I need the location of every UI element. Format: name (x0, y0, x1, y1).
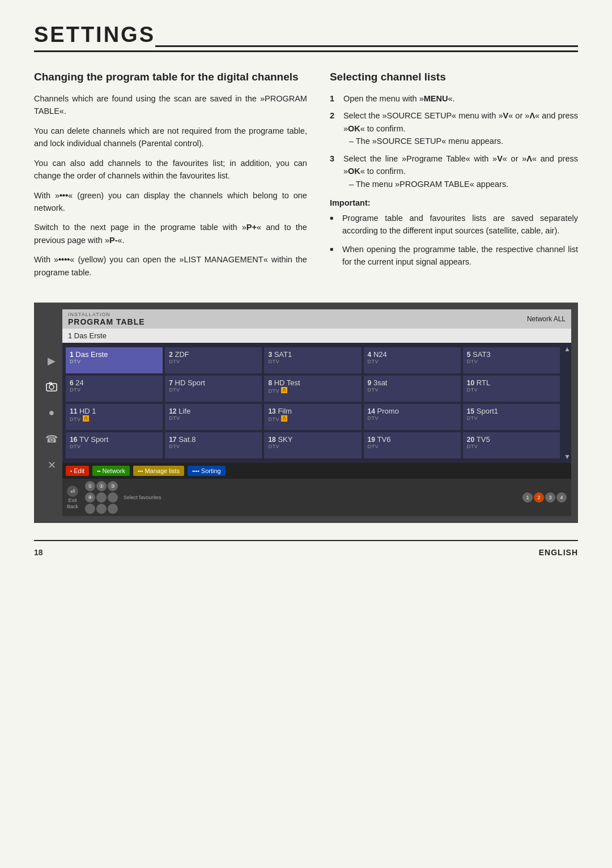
left-column: Changing the program table for the digit… (34, 70, 307, 286)
page-numbers: 1 2 3 4 (522, 492, 567, 503)
fav-btn-7[interactable] (85, 504, 95, 514)
fav-btn-4[interactable]: ④ (85, 492, 95, 503)
channel-1[interactable]: 1 Das Erste DTV (66, 347, 163, 373)
channel-19[interactable]: 19 TV6 DTV (364, 432, 461, 458)
installation-label: INSTALLATION (68, 312, 145, 317)
channel-5[interactable]: 5 SAT3 DTV (463, 347, 560, 373)
channel-11[interactable]: 11 HD 1 DTV 🅰 (66, 404, 163, 430)
fav-section: ① ② ③ ④ Select favourites (85, 481, 162, 514)
page-num-4[interactable]: 4 (556, 492, 567, 503)
network-button[interactable]: •• Network (92, 466, 130, 476)
back-label: Back (67, 504, 78, 509)
bullet-1: Programe table and favourites lists are … (330, 212, 578, 237)
tv-footer: ⏎ Exit Back ① ② ③ ④ Select favourites (62, 479, 571, 516)
channel-8[interactable]: 8 HD Test DTV 🅰 (264, 376, 361, 402)
bullet-2: When opening the programme table, the re… (330, 243, 578, 269)
fav-grid-wrapper: ① ② ③ ④ (85, 481, 118, 514)
fav-btn-5[interactable] (96, 492, 107, 503)
page-num-3[interactable]: 3 (545, 492, 555, 503)
channel-9[interactable]: 9 3sat DTV (364, 376, 461, 402)
program-table-title: PROGRAM TABLE (68, 317, 145, 326)
left-para-3: You can also add channels to the favouri… (34, 157, 307, 182)
channel-13[interactable]: 13 Film DTV 🅰 (264, 404, 361, 430)
scroll-up-arrow[interactable]: ▲ (564, 345, 571, 353)
channel-3[interactable]: 3 SAT1 DTV (264, 347, 361, 373)
main-content: Changing the program table for the digit… (34, 70, 578, 286)
channel-2[interactable]: 2 ZDF DTV (165, 347, 262, 373)
channel-18[interactable]: 18 SKY DTV (264, 432, 361, 458)
channel-4[interactable]: 4 N24 DTV (364, 347, 461, 373)
fav-btn-2[interactable]: ② (96, 481, 107, 491)
tv-sidebar: ▶ ● ☎ ✕ (41, 309, 62, 516)
important-bullets: Programe table and favourites lists are … (330, 212, 578, 269)
scroll-down-arrow[interactable]: ▼ (564, 453, 571, 461)
fav-btn-9[interactable] (108, 504, 118, 514)
channel-12[interactable]: 12 Life DTV (165, 404, 262, 430)
page-number: 18 (34, 548, 43, 557)
language-label: ENGLISH (539, 548, 578, 557)
left-section-title: Changing the program table for the digit… (34, 70, 307, 84)
page-footer: 18 ENGLISH (34, 540, 578, 557)
channel-14[interactable]: 14 Promo DTV (364, 404, 461, 430)
network-label: Network ALL (527, 315, 566, 323)
edit-button[interactable]: • Edit (66, 466, 89, 476)
right-section-title: Selecting channel lists (330, 70, 578, 84)
channel-16[interactable]: 16 TV Sport DTV (66, 432, 163, 458)
channel-10[interactable]: 10 RTL DTV (463, 376, 560, 402)
fav-btn-1[interactable]: ① (85, 481, 95, 491)
tv-main-area: INSTALLATION PROGRAM TABLE Network ALL 1… (62, 309, 571, 516)
left-para-4: With »•••« (green) you can display the c… (34, 189, 307, 215)
left-para-6: With »••••« (yellow) you can open the »L… (34, 253, 307, 279)
left-para-5: Switch to the next page in the programe … (34, 221, 307, 246)
tv-ui-screenshot: ▶ ● ☎ ✕ INSTALLATION PROGRAM TABLE Netwo… (34, 303, 578, 523)
select-favourites-label: Select favourites (124, 495, 162, 500)
program-table-header: INSTALLATION PROGRAM TABLE Network ALL (62, 309, 571, 329)
left-para-1: Channels which are found using the scan … (34, 92, 307, 118)
fav-btn-8[interactable] (96, 504, 107, 514)
steps-list: 1 Open the menu with »MENU«. 2 Select th… (330, 92, 578, 190)
sorting-button[interactable]: •••• Sorting (188, 466, 226, 476)
play-icon: ▶ (44, 353, 60, 369)
fav-btn-6[interactable] (108, 492, 118, 503)
manage-lists-button[interactable]: ••• Manage lists (133, 466, 184, 476)
phone-icon: ☎ (44, 431, 60, 447)
exit-back-icon[interactable]: ⏎ (67, 486, 78, 497)
channel-15[interactable]: 15 Sport1 DTV (463, 404, 560, 430)
step-2: 2 Select the »SOURCE SETUP« menu with »V… (330, 109, 578, 147)
fav-btn-3[interactable]: ③ (108, 481, 118, 491)
page-num-2[interactable]: 2 (534, 492, 544, 503)
circle-icon: ● (44, 405, 60, 421)
important-label: Important: (330, 198, 578, 207)
channel-grid-wrapper: 1 Das Erste DTV 2 ZDF DTV 3 SAT1 DTV 4 N… (62, 343, 571, 463)
exit-back-control: ⏎ Exit Back (67, 486, 78, 509)
button-bar: • Edit •• Network ••• Manage lists •••• … (62, 463, 571, 479)
left-para-2: You can delete channels which are not re… (34, 125, 307, 150)
scroll-indicator: ▲ ▼ (563, 343, 571, 463)
camera-icon (44, 379, 60, 395)
tool-icon: ✕ (44, 457, 60, 473)
channel-20[interactable]: 20 TV5 DTV (463, 432, 560, 458)
right-column: Selecting channel lists 1 Open the menu … (330, 70, 578, 286)
channel-grid: 1 Das Erste DTV 2 ZDF DTV 3 SAT1 DTV 4 N… (62, 343, 563, 463)
step-1: 1 Open the menu with »MENU«. (330, 92, 578, 105)
page-number-row: 1 2 3 4 (522, 492, 567, 503)
channel-7[interactable]: 7 HD Sport DTV (165, 376, 262, 402)
step-3: 3 Select the line »Programe Table« with … (330, 152, 578, 190)
channel-6[interactable]: 6 24 DTV (66, 376, 163, 402)
page-num-1[interactable]: 1 (522, 492, 533, 503)
channel-17[interactable]: 17 Sat.8 DTV (165, 432, 262, 458)
selected-channel-row: 1 Das Erste (62, 329, 571, 343)
svg-point-1 (49, 385, 54, 389)
exit-label: Exit (69, 497, 77, 503)
page-title: SETTINGS (34, 23, 578, 52)
